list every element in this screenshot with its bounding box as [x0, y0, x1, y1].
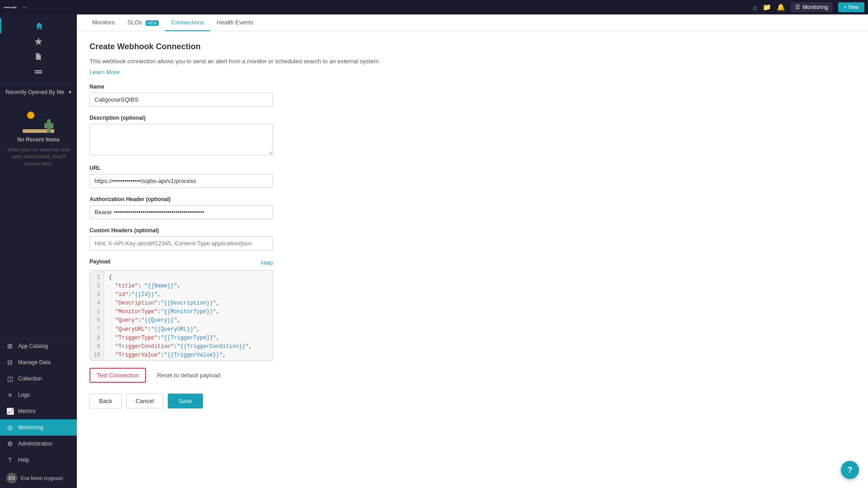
back-button[interactable]: ← [22, 4, 28, 11]
tab-connections[interactable]: Connections [165, 14, 210, 31]
back-button[interactable]: Back [90, 394, 122, 408]
code-content: { "title": "{{Name}}", "id":"{{Id}}", "D… [104, 271, 256, 360]
payload-help-link[interactable]: Help [261, 259, 273, 266]
auth-input[interactable] [90, 205, 273, 219]
cancel-button[interactable]: Cancel [126, 394, 163, 408]
url-section: URL [90, 165, 855, 188]
home-icon[interactable]: ⌂ [753, 4, 757, 11]
no-recent-section: No Recent Items When you run searches an… [0, 99, 77, 176]
slos-badge: NEW [146, 20, 159, 26]
sidebar: Recently Opened By Me ▾ No Recent Items … [0, 14, 77, 488]
metrics-icon: 📈 [6, 408, 14, 415]
line-num: 1 [94, 273, 100, 282]
custom-headers-input[interactable] [90, 236, 273, 250]
line-num: 3 [94, 291, 100, 299]
learn-more-link[interactable]: Learn More [90, 69, 119, 75]
custom-headers-label: Custom Headers (optional) [90, 227, 855, 234]
logs-icon: ≡ [6, 391, 14, 399]
sidebar-icon-home[interactable] [0, 18, 77, 33]
sidebar-item-app-catalog[interactable]: ⊞ App Catalog [0, 338, 77, 354]
sidebar-item-label: Metrics [18, 408, 36, 414]
line-num: 5 [94, 308, 100, 316]
chevron-down-icon: ▾ [69, 89, 71, 95]
sidebar-item-help[interactable]: ? Help [0, 452, 77, 468]
sidebar-item-metrics[interactable]: 📈 Metrics [0, 403, 77, 419]
sidebar-nav: ⊞ App Catalog ⊟ Manage Data ◫ Collection… [0, 338, 77, 488]
svg-rect-2 [35, 70, 42, 71]
svg-text:sumo logic: sumo logic [4, 6, 16, 9]
tab-monitors[interactable]: Monitors [86, 14, 121, 31]
no-recent-title: No Recent Items [17, 136, 60, 143]
line-numbers: 1 2 3 4 5 6 7 8 9 10 11 12 13 [90, 271, 104, 360]
tab-health-events[interactable]: Health Events [210, 14, 259, 31]
sidebar-icon-star[interactable] [0, 33, 77, 49]
tab-connections-label: Connections [171, 19, 204, 26]
avatar: EN [6, 473, 17, 483]
reset-payload-button[interactable]: Reset to default payload [151, 369, 226, 382]
no-recent-desc: When you run searches and open dashboard… [5, 146, 71, 167]
cactus-icon [47, 119, 51, 133]
new-button[interactable]: + New [838, 2, 864, 12]
bottom-actions: Back Cancel Save [90, 394, 855, 408]
sidebar-icon-docs[interactable] [0, 49, 77, 64]
test-connection-button[interactable]: Test Connection [90, 368, 146, 383]
content-area: Monitors SLOs NEW Connections Health Eve… [77, 14, 868, 488]
tab-slos[interactable]: SLOs NEW [121, 14, 165, 31]
sidebar-user[interactable]: EN Eva Neon (cygnus) [0, 468, 77, 488]
tab-bar: Monitors SLOs NEW Connections Health Eve… [77, 14, 868, 31]
payload-editor[interactable]: 1 2 3 4 5 6 7 8 9 10 11 12 13 { " [90, 270, 273, 361]
name-section: Name [90, 84, 855, 107]
svg-rect-3 [35, 72, 42, 74]
sidebar-item-label: Manage Data [18, 359, 51, 366]
monitoring-icon: ◎ [6, 424, 14, 431]
help-bubble[interactable]: ? [841, 461, 859, 479]
line-num: 4 [94, 299, 100, 308]
manage-icon: ⊟ [6, 359, 14, 366]
form-content: Create Webhook Connection This webhook c… [77, 31, 868, 488]
name-label: Name [90, 84, 855, 90]
sidebar-icon-share[interactable] [0, 64, 77, 80]
auth-label: Authorization Header (optional) [90, 196, 855, 202]
url-input[interactable] [90, 174, 273, 188]
star-icon [34, 37, 42, 45]
line-num: 10 [94, 351, 100, 360]
help-icon: ? [6, 456, 14, 464]
save-button[interactable]: Save [168, 394, 203, 408]
breadcrumb-tab[interactable]: ☰ Monitoring [791, 2, 833, 12]
user-label: Eva Neon (cygnus) [21, 475, 63, 481]
sidebar-item-logs[interactable]: ≡ Logs [0, 387, 77, 403]
bell-icon[interactable]: 🔔 [777, 3, 785, 11]
admin-icon: ⚙ [6, 440, 14, 447]
sidebar-item-label: Help [18, 457, 29, 463]
sidebar-item-label: Monitoring [18, 424, 43, 431]
grid-icon: ⊞ [6, 343, 14, 350]
main-layout: Recently Opened By Me ▾ No Recent Items … [0, 14, 868, 488]
description-input[interactable] [90, 124, 273, 155]
folder-icon[interactable]: 📁 [763, 3, 771, 11]
collection-icon: ◫ [6, 375, 14, 382]
action-row: Test Connection Reset to default payload [90, 368, 855, 383]
sidebar-item-administration[interactable]: ⚙ Administration [0, 436, 77, 452]
sidebar-item-monitoring[interactable]: ◎ Monitoring [0, 419, 77, 436]
sidebar-item-label: Administration [18, 441, 52, 447]
auth-section: Authorization Header (optional) [90, 196, 855, 219]
sun-icon [27, 112, 34, 119]
logo-icon: sumo logic [4, 3, 16, 12]
sidebar-item-manage-data[interactable]: ⊟ Manage Data [0, 354, 77, 371]
sidebar-item-label: Collection [18, 375, 42, 382]
tab-slos-label: SLOs [127, 19, 142, 26]
sidebar-item-label: App Catalog [18, 343, 48, 349]
recently-opened-header[interactable]: Recently Opened By Me ▾ [0, 85, 77, 99]
breadcrumb-icon: ☰ [795, 4, 800, 10]
logo: sumo logic [4, 3, 16, 12]
tab-health-events-label: Health Events [217, 19, 253, 26]
line-num: 9 [94, 343, 100, 351]
name-input[interactable] [90, 93, 273, 107]
line-num: 2 [94, 282, 100, 291]
sidebar-top-icons [0, 14, 77, 84]
custom-headers-section: Custom Headers (optional) [90, 227, 855, 250]
sidebar-item-collection[interactable]: ◫ Collection [0, 371, 77, 387]
share-icon [34, 68, 42, 76]
form-description: This webhook connection allows you to se… [90, 57, 855, 66]
topbar: sumo logic ← ⌂ 📁 🔔 ☰ Monitoring + New [0, 0, 868, 14]
